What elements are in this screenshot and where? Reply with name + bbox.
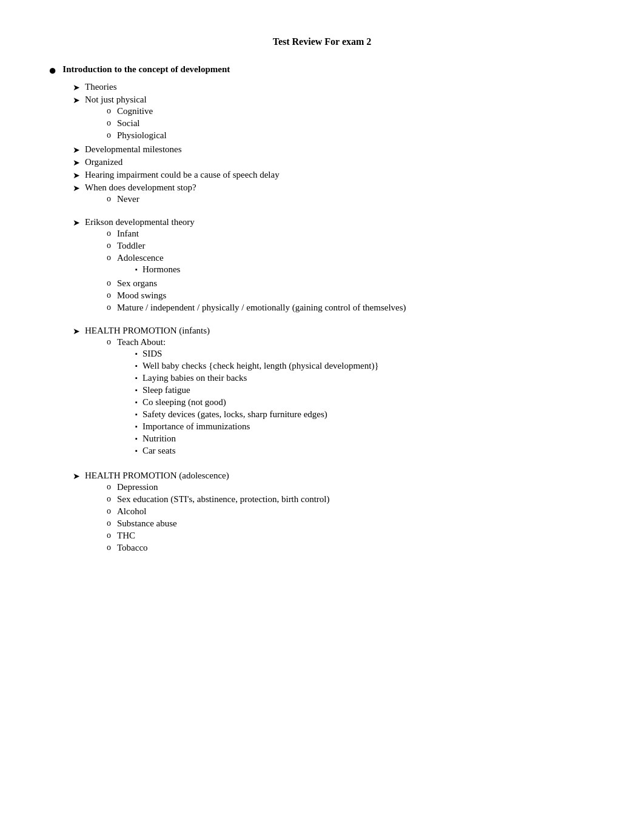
- square-icon: ▪: [135, 423, 138, 430]
- square-icon: ▪: [135, 398, 138, 406]
- o-icon: o: [107, 531, 111, 540]
- section3-label: HEALTH PROMOTION (infants): [85, 326, 210, 335]
- item-text: Substance abuse: [117, 518, 177, 529]
- o-icon: o: [107, 290, 111, 300]
- list-item: o Mood swings: [107, 290, 595, 301]
- o-icon: o: [107, 241, 111, 250]
- list-item: ▪ Nutrition: [135, 434, 595, 444]
- list-item: o Depression: [107, 482, 595, 492]
- arrow-icon: ➤: [73, 170, 80, 181]
- section-health-infants: ➤ HEALTH PROMOTION (infants) o Teach Abo…: [49, 326, 595, 460]
- square-icon: ▪: [135, 386, 138, 394]
- page-title: Test Review For exam 2: [49, 36, 595, 47]
- sub-list: o Never: [107, 194, 595, 204]
- arrow-icon: ➤: [73, 95, 80, 106]
- o-icon: o: [107, 106, 111, 116]
- list-item: ➤ Hearing impairment could be a cause of…: [73, 170, 595, 181]
- item-text: Tobacco: [117, 543, 148, 553]
- item-text: Well baby checks {check height, length (…: [143, 361, 379, 371]
- list-item: ▪ Well baby checks {check height, length…: [135, 361, 595, 371]
- item-text: Physiological: [117, 130, 167, 141]
- o-icon: o: [107, 303, 111, 312]
- item-text: Toddler: [117, 241, 145, 251]
- item-text: Adolescence: [117, 253, 164, 263]
- item-text: Co sleeping (not good): [143, 397, 226, 407]
- list-item: ▪ Car seats: [135, 446, 595, 456]
- item-text: Depression: [117, 482, 158, 492]
- list-item: o Teach About: ▪ SIDS ▪ Well baby checks…: [107, 337, 595, 458]
- item-text: Sleep fatigue: [143, 385, 190, 395]
- item-text: Safety devices (gates, locks, sharp furn…: [143, 409, 327, 420]
- item-text: Importance of immunizations: [143, 421, 250, 432]
- list-item: ➤ Developmental milestones: [73, 144, 595, 155]
- list-item: o Substance abuse: [107, 518, 595, 529]
- sub-list: o Cognitive o Social o Physiological: [107, 106, 595, 141]
- item-text: Sex organs: [117, 278, 157, 289]
- arrow-icon: ➤: [73, 471, 80, 481]
- item-text: Theories: [85, 82, 116, 92]
- o-icon: o: [107, 118, 111, 128]
- item-text: Not just physical: [85, 95, 147, 104]
- o-icon: o: [107, 130, 111, 140]
- list-item: o Mature / independent / physically / em…: [107, 303, 595, 313]
- section1-arrow-list: ➤ Theories ➤ Not just physical o Cogniti…: [73, 82, 595, 206]
- square-icon: ▪: [135, 362, 138, 369]
- item-text: Hearing impairment could be a cause of s…: [85, 170, 280, 180]
- list-item: ➤ When does development stop? o Never: [73, 183, 595, 206]
- list-item: o Cognitive: [107, 106, 595, 116]
- list-item: ➤ Theories: [73, 82, 595, 93]
- square-sub-list: ▪ Hormones: [135, 264, 595, 275]
- square-icon: ▪: [135, 435, 138, 442]
- list-item: o Tobacco: [107, 543, 595, 553]
- item-text: Nutrition: [143, 434, 176, 444]
- arrow-icon: ➤: [73, 326, 80, 337]
- list-item: o Sex education (STI's, abstinence, prot…: [107, 494, 595, 505]
- item-text: Developmental milestones: [85, 144, 182, 155]
- item-text: Organized: [85, 157, 122, 167]
- list-item: ▪ Safety devices (gates, locks, sharp fu…: [135, 409, 595, 420]
- list-item: o Sex organs: [107, 278, 595, 289]
- item-text: Alcohol: [117, 506, 146, 517]
- arrow-icon: ➤: [73, 218, 80, 228]
- arrow-icon: ➤: [73, 82, 80, 93]
- item-text: SIDS: [143, 349, 163, 359]
- arrow-icon: ➤: [73, 183, 80, 193]
- item-text: Hormones: [143, 264, 181, 275]
- o-icon: o: [107, 278, 111, 288]
- o-icon: o: [107, 506, 111, 516]
- item-text: Laying babies on their backs: [143, 373, 247, 383]
- o-icon: o: [107, 337, 111, 347]
- list-item: ▪ Importance of immunizations: [135, 421, 595, 432]
- section2-label: Erikson developmental theory: [85, 217, 195, 227]
- section-health-adolescence: ➤ HEALTH PROMOTION (adolescence) o Depre…: [49, 471, 595, 555]
- item-text: THC: [117, 531, 135, 541]
- arrow-icon: ➤: [73, 145, 80, 155]
- o-icon: o: [107, 194, 111, 204]
- o-icon: o: [107, 229, 111, 238]
- square-icon: ▪: [135, 411, 138, 418]
- section-introduction: ● Introduction to the concept of develop…: [49, 64, 595, 206]
- health-infants-list: o Teach About: ▪ SIDS ▪ Well baby checks…: [107, 337, 595, 458]
- item-text: Never: [117, 194, 139, 204]
- o-icon: o: [107, 482, 111, 492]
- arrow-icon: ➤: [73, 158, 80, 168]
- square-icon: ▪: [135, 447, 138, 454]
- o-icon: o: [107, 494, 111, 504]
- list-item: ▪ Hormones: [135, 264, 595, 275]
- section4-label: HEALTH PROMOTION (adolescence): [85, 471, 229, 480]
- list-item: o THC: [107, 531, 595, 541]
- item-text: When does development stop?: [85, 183, 196, 192]
- o-icon: o: [107, 253, 111, 263]
- item-text: Infant: [117, 229, 139, 239]
- list-item: o Alcohol: [107, 506, 595, 517]
- list-item: ▪ SIDS: [135, 349, 595, 359]
- list-item: o Adolescence ▪ Hormones: [107, 253, 595, 277]
- section-erikson: ➤ Erikson developmental theory o Infant …: [49, 217, 595, 315]
- list-item: ➤ Not just physical o Cognitive o Social…: [73, 95, 595, 143]
- bullet-icon: ●: [49, 62, 56, 78]
- square-icon: ▪: [135, 350, 138, 357]
- o-icon: o: [107, 518, 111, 528]
- list-item: o Infant: [107, 229, 595, 239]
- item-text: Mood swings: [117, 290, 166, 301]
- list-item: ▪ Laying babies on their backs: [135, 373, 595, 383]
